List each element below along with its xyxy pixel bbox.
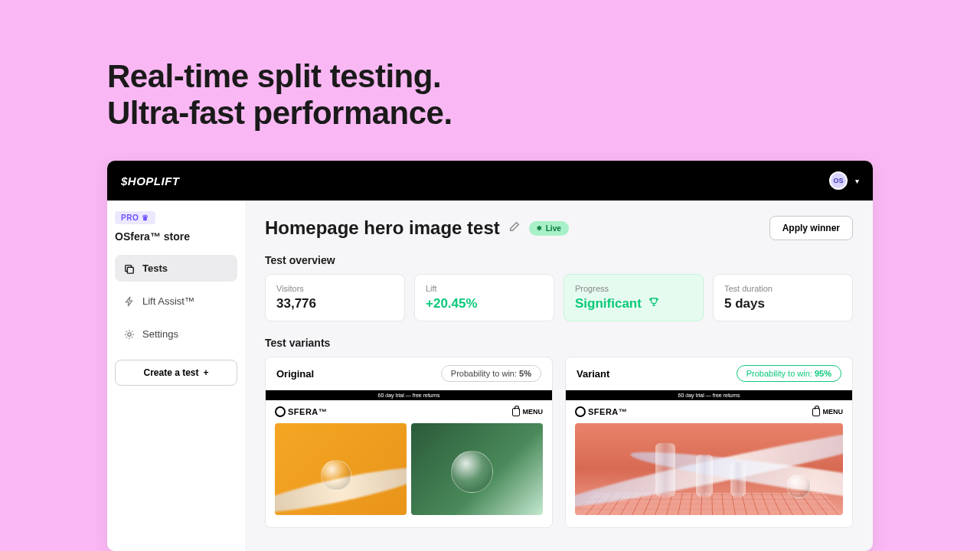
sfera-logo: SFERA™ xyxy=(275,406,327,417)
promo-bar: 60 day trial — free returns xyxy=(266,390,552,400)
apply-winner-button[interactable]: Apply winner xyxy=(769,216,853,240)
sidebar: PRO ♛ OSfera™ store Tests Lift Assist™ xyxy=(107,201,245,551)
hero-image-right xyxy=(411,423,543,515)
overview-heading: Test overview xyxy=(265,254,853,266)
sidebar-item-tests[interactable]: Tests xyxy=(115,255,237,282)
stat-lift: Lift +20.45% xyxy=(414,274,554,321)
sidebar-item-label: Settings xyxy=(142,328,178,340)
avatar[interactable]: OS xyxy=(829,171,848,190)
headline-line-1: Real-time split testing. xyxy=(107,58,441,94)
bolt-icon xyxy=(124,296,135,307)
sfera-logo: SFERA™ xyxy=(575,406,627,417)
app-window: $HOPLIFT OS ▾ PRO ♛ OSfera™ store Tests xyxy=(107,161,873,551)
brand-logo: $HOPLIFT xyxy=(121,174,180,187)
variant-name: Original xyxy=(276,368,314,380)
variant-card-variant[interactable]: Variant Probability to win: 95% 60 day t… xyxy=(565,357,853,528)
headline-line-2: Ultra-fast performance. xyxy=(107,95,452,131)
svg-point-2 xyxy=(128,332,131,335)
hero-image-full xyxy=(575,423,843,515)
menu-button: MENU xyxy=(812,408,844,416)
stat-duration: Test duration 5 days xyxy=(713,274,853,321)
menu-button: MENU xyxy=(512,408,544,416)
trophy-icon xyxy=(648,296,659,311)
variant-preview: 60 day trial — free returns SFERA™ MENU xyxy=(566,390,852,527)
edit-icon[interactable] xyxy=(509,221,520,235)
variant-name: Variant xyxy=(577,368,609,380)
bag-icon xyxy=(512,408,520,416)
gear-icon xyxy=(124,329,135,340)
create-test-button[interactable]: Create a test + xyxy=(115,360,237,386)
chevron-down-icon[interactable]: ▾ xyxy=(855,177,859,185)
sidebar-item-lift-assist[interactable]: Lift Assist™ xyxy=(115,288,237,315)
variants-heading: Test variants xyxy=(265,337,853,349)
variant-card-original[interactable]: Original Probability to win: 5% 60 day t… xyxy=(265,357,553,528)
sidebar-item-label: Tests xyxy=(142,262,168,274)
pro-badge: PRO ♛ xyxy=(115,211,155,224)
app-header: $HOPLIFT OS ▾ xyxy=(107,161,873,201)
stats-row: Visitors 33,776 Lift +20.45% Progress Si… xyxy=(265,274,853,321)
sidebar-item-label: Lift Assist™ xyxy=(142,295,194,307)
crown-icon: ♛ xyxy=(142,214,149,222)
probability-pill: Probability to win: 5% xyxy=(441,365,541,382)
plus-icon: + xyxy=(204,367,209,378)
promo-bar: 60 day trial — free returns xyxy=(566,390,852,400)
status-badge: Live xyxy=(529,221,569,236)
hero-image-left xyxy=(275,423,407,515)
main-content: Homepage hero image test Live Apply winn… xyxy=(245,201,873,551)
store-name: OSfera™ store xyxy=(115,230,237,243)
stat-visitors: Visitors 33,776 xyxy=(265,274,405,321)
stat-progress: Progress Significant xyxy=(564,274,704,321)
probability-pill: Probability to win: 95% xyxy=(737,365,841,382)
svg-rect-1 xyxy=(127,267,133,273)
bag-icon xyxy=(812,408,820,416)
layers-icon xyxy=(124,263,135,274)
page-title: Homepage hero image test xyxy=(265,217,500,239)
sidebar-item-settings[interactable]: Settings xyxy=(115,321,237,347)
marketing-headline: Real-time split testing. Ultra-fast perf… xyxy=(0,0,980,132)
variant-preview: 60 day trial — free returns SFERA™ MENU xyxy=(266,390,552,527)
